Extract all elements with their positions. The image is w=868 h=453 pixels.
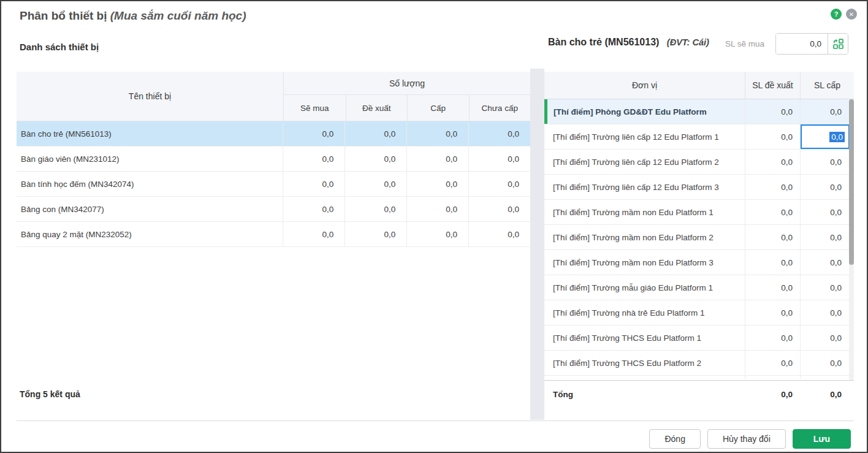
unit-name-cell: [Thí điểm] Trường THCS Edu Platform 2 (544, 351, 745, 375)
table-row[interactable]: Bảng quay 2 mặt (MN232052)0,00,00,00,0 (17, 222, 530, 247)
se-mua-cell: 0,0 (283, 222, 345, 246)
device-list-heading: Danh sách thiết bị (20, 42, 99, 52)
panel-divider (530, 69, 544, 420)
sl-cap-cell[interactable]: 0,0 (800, 150, 854, 174)
col-header-sl-cap: SL cấp (800, 72, 854, 99)
allocation-dialog: Phân bổ thiết bị (Mua sắm cuối năm học) … (0, 0, 868, 453)
device-name-cell: Bàn tính học đếm (MN342074) (17, 172, 283, 196)
qty-to-buy-input[interactable] (776, 34, 828, 54)
col-header-se-mua: Sẽ mua (284, 95, 346, 121)
col-header-sl-de-xuat: SL đề xuất (745, 72, 800, 99)
se-mua-cell: 0,0 (283, 197, 345, 221)
sl-de-xuat-cell: 0,0 (745, 300, 800, 325)
de-xuat-cell: 0,0 (345, 172, 406, 196)
table-row[interactable]: Bàn giáo viên (MN231012)0,00,00,00,0 (17, 147, 530, 172)
footer-divider (17, 421, 854, 421)
device-table: Tên thiết bị Số lượng Sẽ mua Đề xuất Cấp… (17, 72, 530, 247)
se-mua-cell: 0,0 (283, 147, 345, 171)
sl-de-xuat-cell: 0,0 (745, 351, 800, 375)
device-name-cell: Bảng quay 2 mặt (MN232052) (17, 222, 283, 246)
table-row[interactable]: Bàn cho trẻ (MN561013)0,00,00,00,0 (17, 121, 530, 147)
se-mua-cell: 0,0 (283, 121, 345, 146)
sl-de-xuat-cell: 0,0 (745, 200, 800, 224)
results-total-label: Tổng 5 kết quả (20, 389, 80, 399)
dialog-title-main: Phân bổ thiết bị (20, 9, 107, 22)
sl-cap-cell-focused[interactable]: 0,0 (801, 124, 850, 149)
sl-cap-cell[interactable]: 0,0 (800, 99, 854, 124)
sl-de-xuat-cell (745, 376, 800, 379)
table-row[interactable]: Bàn tính học đếm (MN342074)0,00,00,00,0 (17, 172, 530, 197)
de-xuat-cell: 0,0 (345, 121, 406, 146)
chua-cap-cell: 0,0 (468, 121, 530, 146)
unit-table-body: [Thí điểm] Phòng GD&ĐT Edu Platform0,00,… (544, 99, 854, 380)
sl-cap-cell[interactable]: 0,0 (800, 225, 854, 249)
close-button[interactable]: Đóng (649, 429, 700, 449)
unit-name-cell: [Thí điểm] Trường THCS Edu Platform 1 (544, 325, 745, 350)
dialog-title-suffix: (Mua sắm cuối năm học) (110, 9, 246, 22)
scrollbar-thumb[interactable] (849, 99, 854, 265)
device-name-cell: Bàn cho trẻ (MN561013) (17, 121, 283, 146)
sl-de-xuat-cell: 0,0 (745, 325, 800, 350)
chua-cap-cell: 0,0 (468, 197, 530, 221)
selected-device-title: Bàn cho trẻ (MN561013) (ĐVT: Cái) (548, 37, 709, 48)
qty-to-buy-group (775, 33, 848, 55)
col-header-ten-thiet-bi: Tên thiết bị (17, 72, 283, 121)
unit-table-scrollbar[interactable] (849, 99, 854, 380)
sl-cap-cell[interactable]: 0,0 (800, 124, 854, 149)
sl-cap-cell[interactable]: 0,0 (800, 300, 854, 325)
sl-de-xuat-cell: 0,0 (745, 150, 800, 174)
cap-cell: 0,0 (406, 172, 468, 196)
table-row: [Thí điểm] Trường liên cấp 12 Edu Platfo… (544, 150, 854, 175)
sl-de-xuat-cell: 0,0 (745, 275, 800, 300)
device-table-body: Bàn cho trẻ (MN561013)0,00,00,00,0Bàn gi… (17, 121, 530, 247)
save-button[interactable]: Lưu (793, 429, 851, 449)
unit-name-cell: [Thí điểm] Trường mầm non Edu Platform 1 (544, 200, 745, 224)
table-row: [Thí điểm] Trường mầm non Edu Platform 3… (544, 250, 854, 275)
sl-cap-cell[interactable]: 0,0 (800, 275, 854, 300)
table-row: [Thí điểm] Trường mầm non Edu Platform 2… (544, 225, 854, 250)
unit-table-total-row: Tổng 0,0 0,0 (544, 380, 854, 408)
table-row[interactable]: Bảng con (MN342077)0,00,00,00,0 (17, 197, 530, 222)
sl-de-xuat-cell: 0,0 (745, 124, 800, 149)
de-xuat-cell: 0,0 (345, 197, 406, 221)
selected-cell-text: 0,0 (829, 132, 845, 142)
col-header-de-xuat: Đề xuất (346, 95, 408, 121)
qty-to-buy-label: SL sẽ mua (715, 39, 764, 48)
table-row: [Thí điểm] Trường mầm non Edu Platform 1… (544, 200, 854, 225)
sl-de-xuat-cell: 0,0 (745, 225, 800, 249)
sl-cap-cell[interactable]: 0,0 (800, 200, 854, 224)
unit-name-cell: [Thí điểm] Trường mầm non Edu Platform 3 (544, 250, 745, 275)
device-name-cell: Bảng con (MN342077) (17, 197, 283, 221)
table-row: [Thí điểm] Trường mẫu giáo Edu Platform … (544, 275, 854, 300)
total-cap: 0,0 (800, 390, 854, 399)
grid-distribute-icon (832, 38, 844, 50)
total-label: Tổng (544, 390, 745, 399)
cancel-changes-button[interactable]: Hủy thay đổi (707, 429, 786, 449)
unit-name-cell (544, 376, 745, 379)
close-icon[interactable]: ✕ (846, 9, 857, 20)
unit-name-cell: [Thí điểm] Trường mẫu giáo Edu Platform … (544, 275, 745, 300)
table-row: [Thí điểm] Trường liên cấp 12 Edu Platfo… (544, 175, 854, 200)
device-table-header: Tên thiết bị Số lượng Sẽ mua Đề xuất Cấp… (17, 72, 530, 121)
sl-de-xuat-cell: 0,0 (745, 175, 800, 199)
cap-cell: 0,0 (406, 147, 468, 171)
unit-name-cell: [Thí điểm] Trường mầm non Edu Platform 2 (544, 225, 745, 249)
sl-de-xuat-cell: 0,0 (745, 250, 800, 275)
sl-cap-cell[interactable]: 0,0 (800, 250, 854, 275)
unit-table-header: Đơn vị SL đề xuất SL cấp (544, 72, 854, 99)
distribute-button[interactable] (828, 34, 848, 54)
table-row: [Thí điểm] Trường liên cấp 12 Edu Platfo… (544, 124, 854, 150)
cap-cell: 0,0 (406, 121, 468, 146)
col-header-so-luong: Số lượng (284, 72, 530, 95)
table-row: [Thí điểm] Trường THCS Edu Platform 10,0… (544, 325, 854, 351)
sl-cap-cell[interactable]: 0,0 (800, 175, 854, 199)
chua-cap-cell: 0,0 (468, 172, 530, 196)
sl-cap-cell (800, 376, 854, 379)
col-header-chua-cap: Chưa cấp (469, 95, 531, 121)
chua-cap-cell: 0,0 (468, 222, 530, 246)
sl-cap-cell[interactable]: 0,0 (800, 351, 854, 375)
sl-cap-cell[interactable]: 0,0 (800, 325, 854, 350)
se-mua-cell: 0,0 (283, 172, 345, 196)
help-icon[interactable]: ? (831, 9, 842, 20)
sl-de-xuat-cell: 0,0 (745, 99, 800, 124)
